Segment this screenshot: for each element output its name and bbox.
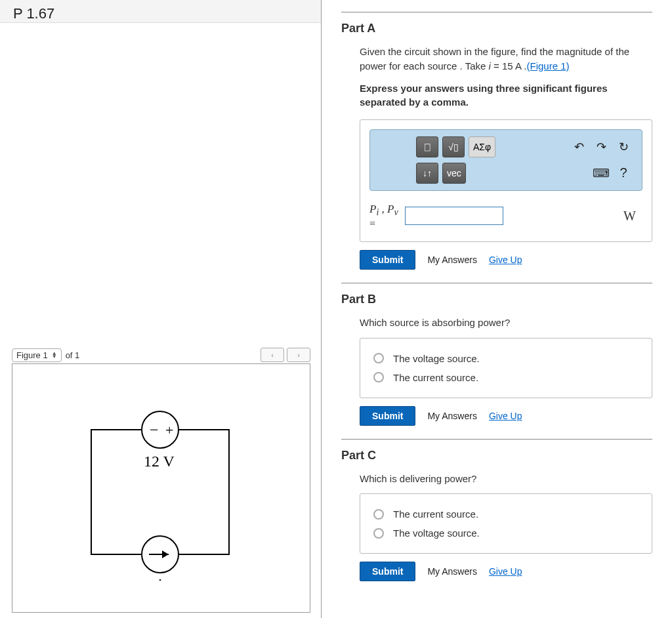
figure-link[interactable]: (Figure 1) <box>526 60 569 72</box>
circuit-diagram: − + 12 V i <box>78 397 242 581</box>
figure-stepper-icon[interactable]: ▲▼ <box>52 352 57 358</box>
radical-button[interactable]: √▯ <box>442 136 465 157</box>
radio-label: The voltage source. <box>393 353 480 364</box>
my-answers-label-c[interactable]: My Answers <box>427 566 476 577</box>
part-b: Part B Which source is absorbing power? … <box>341 283 652 426</box>
left-pane: P 1.67 Figure 1 ▲▼ of 1 ‹ › − + 12 V <box>0 0 322 618</box>
part-a: Part A Given the circuit shown in the fi… <box>341 12 652 270</box>
radio-box-b: The voltage source. The current source. <box>360 338 652 398</box>
part-c: Part C Which is delivering power? The cu… <box>341 439 652 582</box>
answer-toolbar: ⎕ √▯ ΑΣφ ↶ ↷ ↻ ↓↑ vec ⌨ ? <box>369 129 642 191</box>
greek-button[interactable]: ΑΣφ <box>469 136 495 157</box>
my-answers-label-a[interactable]: My Answers <box>427 255 476 265</box>
figure-prev-button[interactable]: ‹ <box>261 348 284 362</box>
radio-option-b-1[interactable]: The current source. <box>373 368 639 387</box>
answer-variable-label: Pi , Pv <box>369 203 398 218</box>
radio-label: The current source. <box>393 508 478 520</box>
radio-icon <box>373 353 384 363</box>
undo-icon[interactable]: ↶ <box>570 140 588 154</box>
answer-unit: W <box>623 209 642 224</box>
radio-icon <box>373 372 384 382</box>
part-c-title: Part C <box>341 449 652 463</box>
submit-button-b[interactable]: Submit <box>360 406 415 426</box>
radio-label: The current source. <box>393 372 478 383</box>
submit-row-b: Submit My Answers Give Up <box>360 406 652 426</box>
svg-text:−: − <box>150 421 159 438</box>
radio-icon <box>373 509 384 520</box>
part-a-instruction: Express your answers using three signifi… <box>360 81 652 109</box>
figure-label: Figure 1 <box>16 350 48 360</box>
part-a-title: Part A <box>341 22 652 35</box>
part-a-given-eq: = 15 A . <box>491 60 527 72</box>
current-label: i <box>157 575 161 581</box>
radio-icon <box>373 528 384 539</box>
submit-button-a[interactable]: Submit <box>360 250 415 270</box>
figure-header: Figure 1 ▲▼ of 1 ‹ › <box>12 348 310 362</box>
swap-button[interactable]: ↓↑ <box>416 163 438 184</box>
redo-icon[interactable]: ↷ <box>592 140 610 154</box>
reset-icon[interactable]: ↻ <box>614 140 633 154</box>
keyboard-icon[interactable]: ⌨ <box>592 166 610 180</box>
problem-id: P 1.67 <box>0 0 321 23</box>
figure-selector[interactable]: Figure 1 ▲▼ <box>12 348 62 362</box>
radio-option-c-1[interactable]: The voltage source. <box>373 524 639 543</box>
radio-box-c: The current source. The voltage source. <box>360 493 652 554</box>
figure-count: of 1 <box>66 350 80 360</box>
figure-next-button[interactable]: › <box>287 348 310 362</box>
template-button[interactable]: ⎕ <box>416 136 438 157</box>
submit-row-c: Submit My Answers Give Up <box>360 562 652 581</box>
answer-box-a: ⎕ √▯ ΑΣφ ↶ ↷ ↻ ↓↑ vec ⌨ ? <box>360 119 652 242</box>
submit-row-a: Submit My Answers Give Up <box>360 250 652 270</box>
part-b-prompt: Which source is absorbing power? <box>360 316 652 330</box>
help-icon[interactable]: ? <box>614 165 633 180</box>
svg-text:+: + <box>165 422 173 438</box>
my-answers-label-b[interactable]: My Answers <box>427 411 476 421</box>
radio-option-c-0[interactable]: The current source. <box>373 505 639 524</box>
part-b-title: Part B <box>341 293 652 306</box>
voltage-label: 12 V <box>144 453 175 470</box>
answer-input-row: Pi , Pv = W <box>369 203 642 230</box>
answer-input[interactable] <box>405 207 503 225</box>
radio-option-b-0[interactable]: The voltage source. <box>373 349 639 368</box>
figure-image: − + 12 V i <box>12 363 310 613</box>
submit-button-c[interactable]: Submit <box>360 562 415 581</box>
give-up-link-a[interactable]: Give Up <box>489 255 522 265</box>
give-up-link-b[interactable]: Give Up <box>489 411 522 421</box>
vec-button[interactable]: vec <box>442 163 466 184</box>
radio-label: The voltage source. <box>393 527 480 539</box>
figure-panel: Figure 1 ▲▼ of 1 ‹ › − + 12 V i <box>12 348 310 613</box>
equals-sign: = <box>369 218 398 230</box>
give-up-link-c[interactable]: Give Up <box>489 566 522 577</box>
part-c-prompt: Which is delivering power? <box>360 472 652 486</box>
right-pane: Part A Given the circuit shown in the fi… <box>322 0 672 618</box>
part-a-prompt: Given the circuit shown in the figure, f… <box>360 45 652 73</box>
